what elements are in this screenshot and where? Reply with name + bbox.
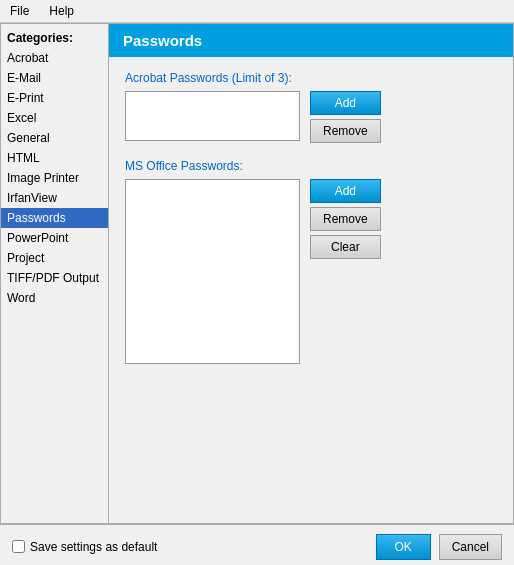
msoffice-add-button[interactable]: Add xyxy=(310,179,381,203)
msoffice-listbox[interactable] xyxy=(125,179,300,364)
acrobat-remove-button[interactable]: Remove xyxy=(310,119,381,143)
acrobat-listbox[interactable] xyxy=(125,91,300,141)
msoffice-btn-group: Add Remove Clear xyxy=(310,179,381,259)
save-settings-checkbox[interactable] xyxy=(12,540,25,553)
msoffice-remove-button[interactable]: Remove xyxy=(310,207,381,231)
cancel-button[interactable]: Cancel xyxy=(439,534,502,560)
save-settings-label: Save settings as default xyxy=(30,540,157,554)
bottom-buttons: OK Cancel xyxy=(376,534,502,560)
help-menu[interactable]: Help xyxy=(43,2,80,20)
sidebar-item-word[interactable]: Word xyxy=(1,288,108,308)
content-area: Passwords Acrobat Passwords (Limit of 3)… xyxy=(109,24,513,523)
msoffice-row: Add Remove Clear xyxy=(125,179,497,364)
sidebar-item-passwords[interactable]: Passwords xyxy=(1,208,108,228)
msoffice-section-label: MS Office Passwords: xyxy=(125,159,497,173)
sidebar-item-acrobat[interactable]: Acrobat xyxy=(1,48,108,68)
sidebar-item-email[interactable]: E-Mail xyxy=(1,68,108,88)
sidebar-item-powerpoint[interactable]: PowerPoint xyxy=(1,228,108,248)
msoffice-clear-button[interactable]: Clear xyxy=(310,235,381,259)
sidebar-item-html[interactable]: HTML xyxy=(1,148,108,168)
acrobat-section-label: Acrobat Passwords (Limit of 3): xyxy=(125,71,497,85)
acrobat-section: Acrobat Passwords (Limit of 3): Add Remo… xyxy=(125,71,497,143)
sidebar: Categories: Acrobat E-Mail E-Print Excel… xyxy=(1,24,109,523)
acrobat-row: Add Remove xyxy=(125,91,497,143)
bottom-bar: Save settings as default OK Cancel xyxy=(0,524,514,565)
sidebar-item-imageprinter[interactable]: Image Printer xyxy=(1,168,108,188)
content-body: Acrobat Passwords (Limit of 3): Add Remo… xyxy=(109,57,513,523)
sidebar-item-tiffpdf[interactable]: TIFF/PDF Output xyxy=(1,268,108,288)
content-header: Passwords xyxy=(109,24,513,57)
sidebar-item-excel[interactable]: Excel xyxy=(1,108,108,128)
sidebar-item-general[interactable]: General xyxy=(1,128,108,148)
main-container: Categories: Acrobat E-Mail E-Print Excel… xyxy=(0,23,514,524)
save-settings: Save settings as default xyxy=(12,540,157,554)
acrobat-btn-group: Add Remove xyxy=(310,91,381,143)
menu-bar: File Help xyxy=(0,0,514,23)
file-menu[interactable]: File xyxy=(4,2,35,20)
sidebar-item-eprint[interactable]: E-Print xyxy=(1,88,108,108)
ok-button[interactable]: OK xyxy=(376,534,431,560)
sidebar-item-project[interactable]: Project xyxy=(1,248,108,268)
sidebar-title: Categories: xyxy=(1,28,108,48)
acrobat-add-button[interactable]: Add xyxy=(310,91,381,115)
msoffice-section: MS Office Passwords: Add Remove Clear xyxy=(125,159,497,364)
sidebar-item-irfanview[interactable]: IrfanView xyxy=(1,188,108,208)
